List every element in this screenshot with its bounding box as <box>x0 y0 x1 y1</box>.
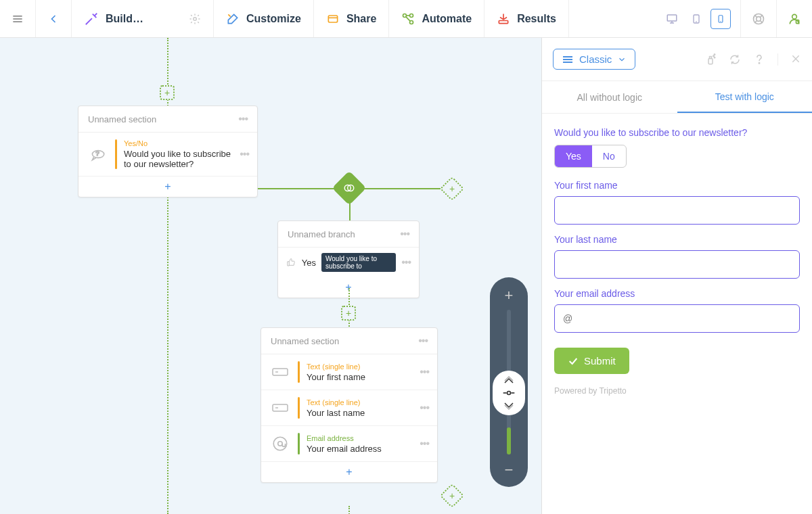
section-node-1[interactable]: Unnamed section ••• ? Yes/No Would you l… <box>78 106 258 197</box>
svg-point-25 <box>792 14 797 19</box>
branch-condition-row[interactable]: Yes Would you like to subscribe to ••• <box>278 248 419 277</box>
svg-point-3 <box>194 17 197 20</box>
hamburger-icon <box>11 12 24 26</box>
svg-point-48 <box>759 62 760 64</box>
zoom-thumb[interactable] <box>493 371 525 415</box>
svg-point-20 <box>757 16 761 21</box>
svg-rect-4 <box>328 16 337 22</box>
question-icon: ? <box>87 143 108 165</box>
field-label: Your email address <box>307 444 413 454</box>
chevron-down-icon <box>617 55 627 64</box>
add-node-button[interactable]: + <box>160 85 175 100</box>
connector-line <box>349 200 351 220</box>
branch-cond-value: Yes <box>302 258 316 268</box>
preview-mode-select[interactable]: Classic <box>553 49 635 70</box>
tablet-icon <box>691 13 702 25</box>
field-type: Text (single line) <box>307 398 413 406</box>
svg-point-8 <box>410 14 413 17</box>
refresh-button[interactable] <box>729 53 741 66</box>
field-row[interactable]: Text (single line) Your first name ••• <box>261 354 437 390</box>
section-menu-button[interactable]: ••• <box>418 335 428 347</box>
svg-rect-12 <box>667 15 677 21</box>
branch-menu-button[interactable]: ••• <box>400 228 409 240</box>
lifebuoy-icon <box>752 12 765 26</box>
add-field-button[interactable]: + <box>261 462 437 482</box>
add-branch-button[interactable]: + <box>440 484 465 509</box>
flow-canvas[interactable]: + Unnamed section ••• ? Yes/No Would you… <box>0 38 541 514</box>
zoom-out-button[interactable]: − <box>505 461 514 477</box>
preview-help-button[interactable] <box>753 53 765 66</box>
svg-point-46 <box>714 57 715 58</box>
gear-icon[interactable] <box>189 13 201 25</box>
mobile-preview-button[interactable] <box>710 9 731 29</box>
customize-icon <box>226 12 240 26</box>
zoom-control: + − <box>490 277 528 487</box>
svg-rect-44 <box>710 56 712 58</box>
spray-button[interactable] <box>704 53 717 66</box>
condition-menu-button[interactable]: ••• <box>401 256 411 268</box>
tab-share[interactable]: Share <box>314 0 389 37</box>
top-toolbar: Build… Customize Share Automate Results <box>0 0 812 38</box>
option-no[interactable]: No <box>592 145 626 167</box>
check-icon <box>568 356 579 367</box>
svg-rect-32 <box>273 404 288 411</box>
menu-button[interactable] <box>0 0 36 37</box>
firstname-label: Your first name <box>554 180 800 191</box>
field-menu-button[interactable]: ••• <box>420 438 429 450</box>
branch-node[interactable]: Unnamed branch ••• Yes Would you like to… <box>277 220 420 298</box>
svg-line-23 <box>754 20 757 22</box>
field-row[interactable]: Email address Your email address ••• <box>261 426 437 462</box>
close-preview-button[interactable] <box>777 53 801 66</box>
add-branch-button[interactable]: + <box>440 177 465 202</box>
thumbs-up-icon <box>286 256 296 269</box>
tablet-preview-button[interactable] <box>686 9 706 29</box>
tab-customize[interactable]: Customize <box>214 0 314 37</box>
help-button[interactable] <box>741 0 777 37</box>
tab-build-label: Build… <box>106 13 143 25</box>
section-title: Unnamed section <box>88 114 156 124</box>
field-menu-button[interactable]: ••• <box>420 366 429 378</box>
tab-all-without-logic[interactable]: All without logic <box>542 81 677 113</box>
tab-results-label: Results <box>517 13 556 25</box>
classic-mode-icon <box>562 55 574 64</box>
section-menu-button[interactable]: ••• <box>238 113 248 125</box>
tab-automate[interactable]: Automate <box>389 0 484 37</box>
field-row[interactable]: Text (single line) Your last name ••• <box>261 390 437 426</box>
option-yes[interactable]: Yes <box>555 145 592 167</box>
branch-cond-chip: Would you like to subscribe to <box>321 253 396 272</box>
submit-button[interactable]: Submit <box>554 348 629 374</box>
account-button[interactable] <box>777 0 812 37</box>
svg-point-35 <box>278 442 283 446</box>
question-row[interactable]: ? Yes/No Would you like to subscribe to … <box>78 133 257 177</box>
email-icon <box>269 433 291 454</box>
add-question-button[interactable]: + <box>78 177 257 197</box>
tab-share-label: Share <box>346 13 376 25</box>
text-field-icon <box>269 361 291 383</box>
preview-form: Would you like to subscribe to our newsl… <box>542 114 812 409</box>
svg-rect-43 <box>708 58 713 64</box>
svg-point-47 <box>714 53 715 55</box>
tab-test-with-logic[interactable]: Test with logic <box>677 81 813 113</box>
tab-build[interactable]: Build… <box>72 0 214 37</box>
back-button[interactable] <box>36 0 72 37</box>
question-menu-button[interactable]: ••• <box>240 148 249 160</box>
firstname-input[interactable] <box>554 196 800 225</box>
branch-filter-icon <box>343 182 355 194</box>
field-menu-button[interactable]: ••• <box>420 402 429 414</box>
chevron-down-icon <box>503 400 515 410</box>
section-node-2[interactable]: Unnamed section ••• Text (single line) Y… <box>261 327 438 483</box>
text-field-icon <box>269 397 291 419</box>
yesno-group: Yes No <box>554 145 627 168</box>
zoom-track[interactable] <box>507 310 511 454</box>
zoom-in-button[interactable]: + <box>505 287 514 303</box>
svg-line-24 <box>761 15 763 17</box>
add-node-button[interactable]: + <box>341 306 356 321</box>
preview-mode-label: Classic <box>579 53 612 65</box>
question-type: Yes/No <box>124 139 233 147</box>
tab-automate-label: Automate <box>422 13 472 25</box>
desktop-preview-button[interactable] <box>662 9 682 29</box>
refresh-icon <box>729 53 741 66</box>
tab-results[interactable]: Results <box>484 0 569 37</box>
lastname-input[interactable] <box>554 250 800 279</box>
email-input[interactable] <box>554 304 800 333</box>
